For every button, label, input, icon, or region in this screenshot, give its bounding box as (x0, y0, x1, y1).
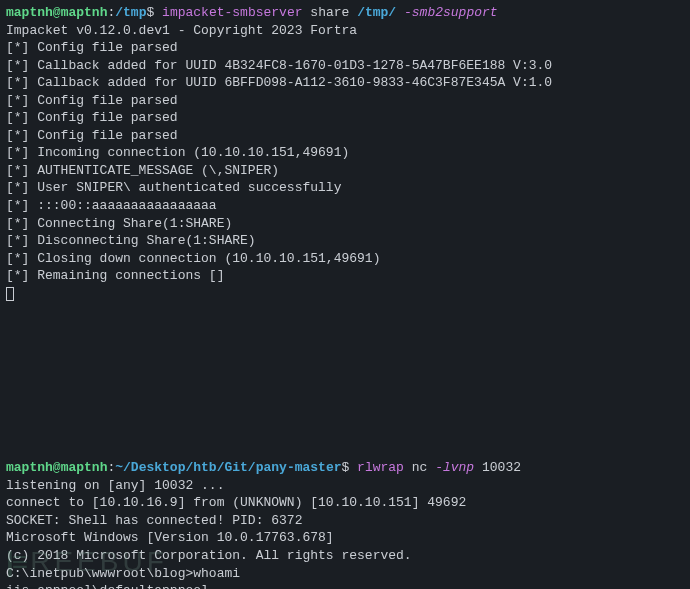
command-port: 10032 (482, 460, 521, 475)
output-line: connect to [10.10.16.9] from (UNKNOWN) [… (6, 494, 684, 512)
cursor-line (6, 285, 684, 303)
prompt-line-2: maptnh@maptnh:~/Desktop/htb/Git/pany-mas… (6, 459, 684, 477)
prompt-host: maptnh (61, 460, 108, 475)
output-line: SOCKET: Shell has connected! PID: 6372 (6, 512, 684, 530)
prompt-user: maptnh (6, 5, 53, 20)
output-line: [*] Remaining connections [] (6, 267, 684, 285)
prompt-host: maptnh (61, 5, 108, 20)
command-exe: impacket-smbserver (162, 5, 302, 20)
output-line: Microsoft Windows [Version 10.0.17763.67… (6, 529, 684, 547)
prompt-path: ~/Desktop/htb/Git/pany-master (115, 460, 341, 475)
output-line: [*] Config file parsed (6, 92, 684, 110)
output-line: [*] Connecting Share(1:SHARE) (6, 215, 684, 233)
output-line: [*] Config file parsed (6, 109, 684, 127)
output-line: [*] Callback added for UUID 4B324FC8-167… (6, 57, 684, 75)
output-line: [*] Incoming connection (10.10.10.151,49… (6, 144, 684, 162)
terminal-pane-2[interactable]: maptnh@maptnh:~/Desktop/htb/Git/pany-mas… (0, 456, 690, 589)
output-line: iis apppool\defaultapppool (6, 582, 684, 589)
prompt-user: maptnh (6, 460, 53, 475)
output-line: [*] Callback added for UUID 6BFFD098-A11… (6, 74, 684, 92)
output-line: [*] Config file parsed (6, 127, 684, 145)
output-line: [*] AUTHENTICATE_MESSAGE (\,SNIPER) (6, 162, 684, 180)
output-line: (c) 2018 Microsoft Corporation. All righ… (6, 547, 684, 565)
command-option: -smb2support (404, 5, 498, 20)
cursor-icon (6, 287, 14, 301)
output-line: C:\inetpub\wwwroot\blog>whoami (6, 565, 684, 583)
prompt-line-1: maptnh@maptnh:/tmp$ impacket-smbserver s… (6, 4, 684, 22)
output-line: [*] User SNIPER\ authenticated successfu… (6, 179, 684, 197)
command-rlwrap: rlwrap (357, 460, 404, 475)
prompt-at: @ (53, 460, 61, 475)
prompt-at: @ (53, 5, 61, 20)
terminal-pane-1[interactable]: maptnh@maptnh:/tmp$ impacket-smbserver s… (0, 0, 690, 306)
output-line: Impacket v0.12.0.dev1 - Copyright 2023 F… (6, 22, 684, 40)
prompt-symbol: $ (342, 460, 358, 475)
prompt-path: /tmp (115, 5, 146, 20)
output-line: [*] Disconnecting Share(1:SHARE) (6, 232, 684, 250)
output-line: [*] Config file parsed (6, 39, 684, 57)
command-nc: nc (412, 460, 428, 475)
command-arg2: /tmp/ (357, 5, 396, 20)
prompt-symbol: $ (146, 5, 162, 20)
command-flags: -lvnp (435, 460, 474, 475)
output-line: [*] :::00::aaaaaaaaaaaaaaaa (6, 197, 684, 215)
output-line: listening on [any] 10032 ... (6, 477, 684, 495)
output-line: [*] Closing down connection (10.10.10.15… (6, 250, 684, 268)
